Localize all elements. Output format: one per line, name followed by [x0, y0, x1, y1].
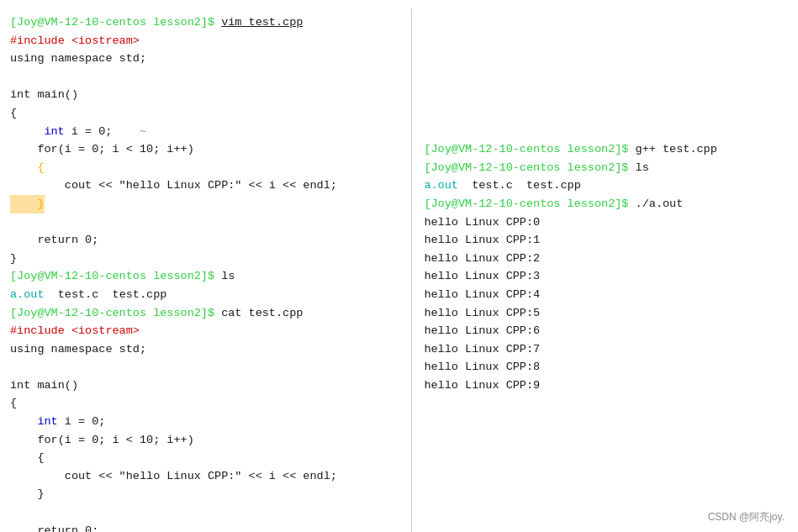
line-close-brace1: }: [10, 250, 399, 268]
r-blank3: [424, 50, 788, 68]
line-ls-cmd: [Joy@VM-12-10-centos lesson2]$ ls: [10, 267, 399, 286]
r-ls-cmd: [Joy@VM-12-10-centos lesson2]$ ls: [424, 159, 788, 177]
r-out-5: hello Linux CPP:5: [424, 304, 788, 323]
prompt2: [Joy@VM-12-10-centos lesson2]$: [10, 270, 221, 282]
aout-file: a.out: [10, 288, 45, 301]
line-int-i1: int i = 0; ~: [10, 123, 399, 141]
line-blank1: [10, 68, 399, 87]
line-open-brace2: {: [10, 394, 399, 413]
line-blank3: [10, 358, 399, 377]
using-line: using namespace std;: [10, 52, 146, 65]
line-cout2: cout << "hello Linux CPP:" << i << endl;: [10, 467, 399, 486]
r-ls-out: a.out test.c test.cpp: [424, 176, 788, 195]
line-vim-cmd: [Joy@VM-12-10-centos lesson2]$ vim test.…: [10, 13, 399, 32]
r-gpp-cmd: [Joy@VM-12-10-centos lesson2]$ g++ test.…: [424, 140, 788, 159]
prompt3: [Joy@VM-12-10-centos lesson2]$: [10, 307, 221, 319]
r-prompt2: [Joy@VM-12-10-centos lesson2]$: [424, 161, 635, 174]
r-prompt1: [Joy@VM-12-10-centos lesson2]$: [424, 143, 635, 155]
line-int-i2: int i = 0;: [10, 413, 399, 431]
r-ls-cmd-text: ls: [636, 161, 649, 174]
r-blank5: [424, 86, 788, 104]
line-cout1: cout << "hello Linux CPP:" << i << endl;: [10, 176, 399, 195]
r-run-cmd: [Joy@VM-12-10-centos lesson2]$ ./a.out: [424, 195, 788, 213]
r-aout-file: a.out: [424, 179, 458, 192]
other-files: test.c test.cpp: [45, 288, 167, 301]
line-cat-cmd: [Joy@VM-12-10-centos lesson2]$ cat test.…: [10, 304, 399, 323]
r-other-files: test.c test.cpp: [458, 179, 581, 192]
preprocessor-include: #include <iostream>: [10, 34, 140, 47]
r-prompt3: [Joy@VM-12-10-centos lesson2]$: [424, 198, 635, 210]
gpp-cmd: g++ test.cpp: [636, 143, 717, 155]
vim-cmd: vim test.cpp: [221, 16, 303, 29]
line-inner-close: }: [10, 195, 45, 213]
r-out-7: hello Linux CPP:7: [424, 340, 788, 359]
line-ls-out: a.out test.c test.cpp: [10, 286, 399, 304]
int-main: int main(): [10, 88, 78, 101]
int-keyword2: int: [37, 415, 57, 428]
preprocessor2: #include <iostream>: [10, 324, 140, 337]
watermark: CSDN @阿亮joy.: [708, 509, 785, 525]
line-for1: for(i = 0; i < 10; i++): [10, 140, 399, 159]
r-out-6: hello Linux CPP:6: [424, 322, 788, 340]
prompt-text: [Joy@VM-12-10-centos lesson2]$: [10, 16, 221, 29]
line-return2: return 0;: [10, 522, 399, 532]
line-int-main2: int main(): [10, 377, 399, 395]
r-out-8: hello Linux CPP:8: [424, 358, 788, 377]
r-blank7: [424, 123, 788, 141]
line-open-brace1: {: [10, 104, 399, 123]
line-for2: for(i = 0; i < 10; i++): [10, 431, 399, 450]
run-cmd: ./a.out: [636, 198, 684, 210]
line-blank2: [10, 213, 399, 232]
r-out-9: hello Linux CPP:9: [424, 377, 788, 395]
line-blank4: [10, 503, 399, 522]
tilde: ~: [140, 125, 146, 138]
r-out-0: hello Linux CPP:0: [424, 213, 788, 232]
int-keyword: int: [44, 125, 64, 138]
r-blank4: [424, 68, 788, 87]
line-int-main1: int main(): [10, 86, 399, 104]
r-out-1: hello Linux CPP:1: [424, 231, 788, 250]
line-using: using namespace std;: [10, 50, 399, 68]
ls-cmd: ls: [221, 270, 235, 282]
line-inner-open: {: [10, 159, 399, 177]
line-include: #include <iostream>: [10, 32, 399, 50]
r-out-4: hello Linux CPP:4: [424, 286, 788, 304]
right-pane: [Joy@VM-12-10-centos lesson2]$ g++ test.…: [414, 8, 798, 532]
r-blank6: [424, 104, 788, 123]
line-inner-close2: }: [10, 485, 399, 503]
left-pane: [Joy@VM-12-10-centos lesson2]$ vim test.…: [0, 8, 410, 532]
terminal-window: [Joy@VM-12-10-centos lesson2]$ vim test.…: [0, 0, 798, 532]
r-blank2: [424, 32, 788, 50]
line-include2: #include <iostream>: [10, 322, 399, 340]
line-inner-open2: {: [10, 449, 399, 467]
line-return1: return 0;: [10, 231, 399, 250]
r-out-2: hello Linux CPP:2: [424, 250, 788, 268]
r-blank1: [424, 13, 788, 32]
pane-divider: [411, 8, 412, 532]
line-using2: using namespace std;: [10, 340, 399, 359]
r-out-3: hello Linux CPP:3: [424, 267, 788, 286]
cat-cmd: cat test.cpp: [221, 307, 303, 319]
